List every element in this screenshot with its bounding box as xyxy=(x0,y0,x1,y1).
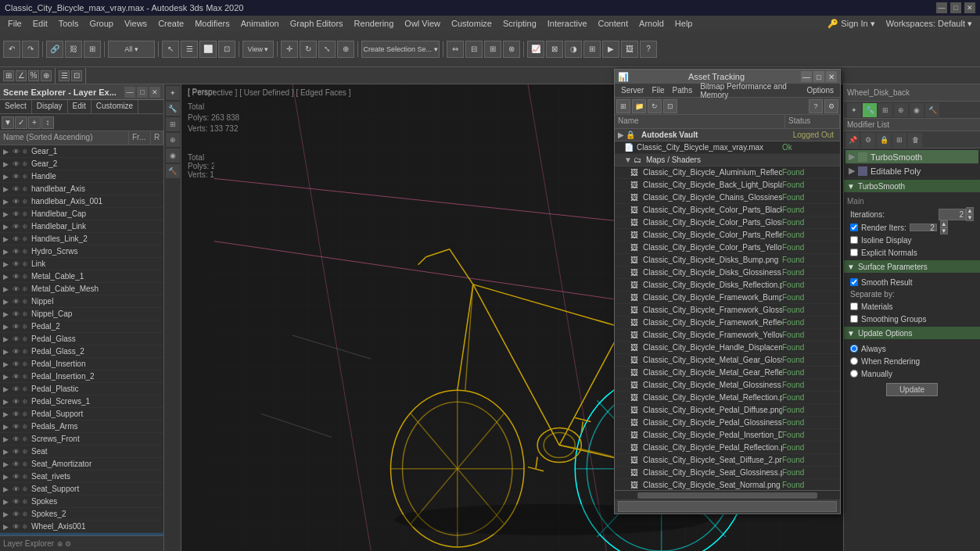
scene-list-item[interactable]: ▶ 👁 ❄ Pedal_2 xyxy=(0,320,163,333)
panel-minimize-btn[interactable]: — xyxy=(124,87,135,98)
manually-radio[interactable] xyxy=(850,370,858,377)
turbosmooth-expand[interactable]: ▶ xyxy=(849,152,856,162)
asset-path-input[interactable] xyxy=(618,501,837,512)
autodesk-vault-group[interactable]: ▶ 🔒 Autodesk Vault Logged Out xyxy=(615,129,840,141)
scene-list-item[interactable]: ▶ 👁 ❄ Screws_Front xyxy=(0,433,163,445)
mod-hierarchy-icon[interactable]: ⊞ xyxy=(878,103,892,117)
menu-interactive[interactable]: Interactive xyxy=(543,17,592,30)
mod-lock-btn[interactable]: 🔒 xyxy=(877,133,891,147)
window-crossing-btn[interactable]: ⊡ xyxy=(218,41,235,58)
asset-list-item[interactable]: 🖼 Classic_City_Bicycle_Metal_Glossiness.… xyxy=(615,379,840,392)
iterations-up[interactable]: ▲ xyxy=(966,207,974,214)
mirror-btn[interactable]: ⇔ xyxy=(447,41,464,58)
always-radio[interactable] xyxy=(850,345,858,352)
update-options-section[interactable]: ▼ Update Options xyxy=(844,327,980,339)
scene-list-item[interactable]: ▶ 👁 ❄ Hydro_Scrws xyxy=(0,245,163,258)
select-scale-btn[interactable]: ⤡ xyxy=(318,41,336,58)
asset-list-item[interactable]: 🖼 Classic_City_Bicycle_Color_Parts_Refle… xyxy=(615,229,840,242)
materials-checkbox[interactable] xyxy=(850,302,858,310)
align-btn[interactable]: ⊟ xyxy=(465,41,483,58)
layer-manager-btn[interactable]: ⊗ xyxy=(503,41,520,58)
named-sel-btn[interactable]: ⊡ xyxy=(71,70,82,81)
menu-create[interactable]: Create xyxy=(153,17,188,30)
render-frame-btn[interactable]: 🖼 xyxy=(621,41,638,58)
tab-edit[interactable]: Edit xyxy=(68,100,92,113)
asset-help-btn[interactable]: ? xyxy=(809,99,823,113)
asset-list-item[interactable]: 🖼 Classic_City_Bicycle_Framework_Bump.pn… xyxy=(615,292,840,304)
asset-list-item[interactable]: 🖼 Classic_City_Bicycle_Disks_Bump.png Fo… xyxy=(615,254,840,267)
turbosmooth-section-main[interactable]: ▼ TurboSmooth xyxy=(844,180,980,192)
asset-tool-2[interactable]: 📁 xyxy=(632,99,646,113)
scene-list-item[interactable]: ▶ 👁 ❄ Handlebar_Cap xyxy=(0,208,163,220)
smoothing-groups-checkbox[interactable] xyxy=(850,315,858,323)
schematic-view-btn[interactable]: ⊠ xyxy=(546,41,563,58)
tab-display[interactable]: Display xyxy=(32,100,68,113)
asset-menu-file[interactable]: File xyxy=(648,85,667,95)
main-file-row[interactable]: 📄 Classic_City_Bicycle_max_vray.max Ok xyxy=(615,141,840,154)
utilities-icon-btn[interactable]: 🔨 xyxy=(166,164,180,178)
mod-modify-icon[interactable]: 🔧 xyxy=(863,103,877,117)
view-btn[interactable]: View ▾ xyxy=(242,41,274,58)
scene-list-item[interactable]: ▶ 👁 ❄ Wheel_Axis001 xyxy=(0,521,163,533)
asset-menu-server[interactable]: Server xyxy=(618,85,647,95)
asset-tool-4[interactable]: ⊡ xyxy=(663,99,677,113)
scene-list-item[interactable]: ▶ 👁 ❄ Pedal_Glass xyxy=(0,333,163,345)
editable-poly-modifier[interactable]: ▶ Editable Poly xyxy=(845,164,978,178)
scene-list-item[interactable]: ▶ 👁 ❄ Gear_2 xyxy=(0,158,163,170)
scene-list-item[interactable]: ▶ 👁 ❄ Pedal_Screws_1 xyxy=(0,395,163,408)
asset-list-item[interactable]: 🖼 Classic_City_Bicycle_Pedal_Glossiness.… xyxy=(615,417,840,429)
render-iters-spinner[interactable]: ▲ ▼ xyxy=(940,220,948,234)
scene-list-item[interactable]: ▶ 👁 ❄ Seat_rivets xyxy=(0,470,163,483)
mod-pin-btn[interactable]: 📌 xyxy=(845,133,860,147)
asset-tool-1[interactable]: ⊞ xyxy=(616,99,630,113)
menu-modifiers[interactable]: Modifiers xyxy=(190,17,235,30)
mod-utils-icon[interactable]: 🔨 xyxy=(925,103,939,117)
when-rendering-radio[interactable] xyxy=(850,357,858,365)
menu-scripting[interactable]: Scripting xyxy=(498,17,541,30)
menu-customize[interactable]: Customize xyxy=(447,17,497,30)
asset-list-item[interactable]: 🖼 Classic_City_Bicycle_Back_Light_Displa… xyxy=(615,179,840,191)
hierarchy-icon-btn[interactable]: ⊞ xyxy=(166,117,180,131)
select-filter-btn[interactable]: All ▾ xyxy=(108,41,155,58)
asset-list-item[interactable]: 🖼 Classic_City_Bicycle_Metal_Gear_Reflec… xyxy=(615,367,840,379)
scene-list-item[interactable]: ▶ 👁 ❄ handlebar_Axis xyxy=(0,183,163,195)
asset-dialog-minimize[interactable]: — xyxy=(801,71,812,82)
scene-list-item[interactable]: ▶ 👁 ❄ Pedal_Glass_2 xyxy=(0,345,163,358)
asset-menu-bitmap-perf[interactable]: Bitmap Performance and Memory xyxy=(697,81,802,100)
menu-animation[interactable]: Animation xyxy=(236,17,284,30)
window-controls[interactable]: — □ ✕ xyxy=(936,2,975,13)
panel-maximize-btn[interactable]: □ xyxy=(137,87,148,98)
select-move-btn[interactable]: ✛ xyxy=(281,41,298,58)
scene-list-item[interactable]: ▶ 👁 ❄ Metal_Cable_Mesh xyxy=(0,283,163,295)
scene-list-item[interactable]: ▶ 👁 ❄ Pedal_Support xyxy=(0,408,163,420)
asset-list-item[interactable]: 🖼 Classic_City_Bicycle_Framework_Yellow_… xyxy=(615,329,840,342)
explicit-normals-checkbox[interactable] xyxy=(850,249,858,256)
panel-header-buttons[interactable]: — □ ✕ xyxy=(124,87,160,98)
asset-list[interactable]: Name Status ▶ 🔒 Autodesk Vault Logged Ou… xyxy=(615,115,840,490)
maps-shaders-group[interactable]: ▼ 🗂 Maps / Shaders xyxy=(615,154,840,166)
scene-list-item[interactable]: ▶ 👁 ❄ Seat xyxy=(0,445,163,458)
asset-list-item[interactable]: 🖼 Classic_City_Bicycle_Pedal_Insertion_D… xyxy=(615,429,840,442)
asset-list-item[interactable]: 🖼 Classic_City_Bicycle_Chains_Glossiness… xyxy=(615,191,840,204)
select-btn[interactable]: ↖ xyxy=(162,41,179,58)
redo-btn[interactable]: ↷ xyxy=(22,41,39,58)
spinner-snap-btn[interactable]: ⊕ xyxy=(41,70,52,81)
minimize-btn[interactable]: — xyxy=(936,2,947,13)
asset-dialog-maximize[interactable]: □ xyxy=(813,71,824,82)
scene-list-item[interactable]: ▶ 👁 ❄ Spokes_2 xyxy=(0,508,163,521)
asset-list-item[interactable]: 🖼 Classic_City_Bicycle_Seat_Diffuse_2.pn… xyxy=(615,454,840,467)
menu-tools[interactable]: Tools xyxy=(54,17,84,30)
render-iters-down[interactable]: ▼ xyxy=(940,227,948,234)
placement-btn[interactable]: ⊕ xyxy=(337,41,354,58)
asset-rows[interactable]: 🖼 Classic_City_Bicycle_Aluminium_Reflect… xyxy=(615,166,840,490)
scene-list-item[interactable]: ▶ 👁 ❄ Seat_Amortizator xyxy=(0,458,163,470)
asset-list-item[interactable]: 🖼 Classic_City_Bicycle_Color_Parts_Gloss… xyxy=(615,216,840,229)
mod-delete-btn[interactable]: 🗑 xyxy=(908,133,922,147)
scene-list-item[interactable]: ▶ 👁 ❄ Handlebar_Link xyxy=(0,220,163,233)
mod-display-icon[interactable]: ◉ xyxy=(910,103,924,117)
isoline-checkbox[interactable] xyxy=(850,236,858,244)
workspaces-menu[interactable]: Workspaces: Default ▾ xyxy=(881,17,977,30)
asset-list-item[interactable]: 🖼 Classic_City_Bicycle_Metal_Gear_Glossi… xyxy=(615,354,840,367)
asset-menu-paths[interactable]: Paths xyxy=(669,85,696,95)
scene-add-btn[interactable]: + xyxy=(28,116,41,129)
